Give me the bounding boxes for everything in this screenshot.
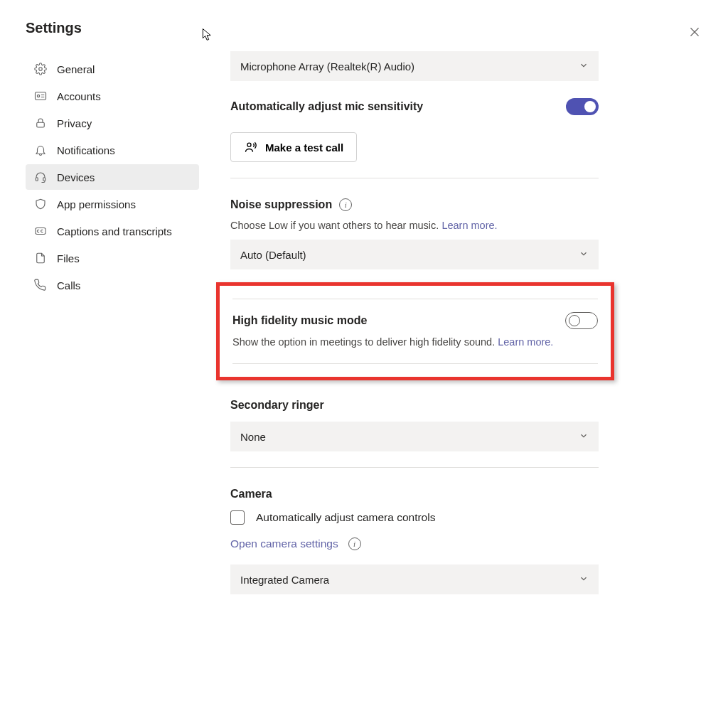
sidebar-item-label: General: [57, 63, 95, 75]
sidebar-item-captions[interactable]: Captions and transcripts: [26, 218, 199, 244]
svg-point-7: [247, 143, 251, 146]
auto-mic-sensitivity-toggle[interactable]: [566, 98, 599, 115]
camera-section: Camera Automatically adjust camera contr…: [230, 488, 702, 594]
divider: [232, 299, 598, 299]
hifi-row: High fidelity music mode: [232, 312, 598, 329]
auto-mic-sensitivity-label: Automatically adjust mic sensitivity: [230, 100, 423, 113]
divider: [230, 178, 599, 178]
sidebar-nav: General Accounts Privacy Notifications: [26, 56, 199, 298]
open-camera-settings-link[interactable]: Open camera settings: [230, 537, 338, 550]
camera-heading: Camera: [230, 488, 702, 500]
info-icon[interactable]: i: [348, 537, 361, 550]
sidebar: Settings General Accounts Privacy: [26, 20, 199, 728]
camera-select-value: Integrated Camera: [240, 574, 329, 586]
sidebar-item-label: Privacy: [57, 117, 92, 129]
sidebar-item-general[interactable]: General: [26, 56, 199, 82]
headset-icon: [34, 171, 47, 183]
make-test-call-label: Make a test call: [265, 141, 343, 154]
noise-suppression-description: Choose Low if you want others to hear mu…: [230, 220, 599, 231]
shield-icon: [34, 198, 47, 210]
camera-auto-adjust-row: Automatically adjust camera controls: [230, 510, 702, 525]
open-camera-settings-row: Open camera settings i: [230, 537, 702, 550]
chevron-down-icon: [579, 249, 589, 261]
svg-rect-3: [37, 122, 45, 127]
hifi-toggle[interactable]: [565, 312, 598, 329]
sidebar-item-label: Files: [57, 252, 80, 264]
noise-suppression-select-value: Auto (Default): [240, 249, 306, 261]
sidebar-item-label: App permissions: [57, 198, 136, 210]
sidebar-item-files[interactable]: Files: [26, 245, 199, 271]
sidebar-item-accounts[interactable]: Accounts: [26, 83, 199, 109]
info-icon[interactable]: i: [339, 198, 352, 211]
file-icon: [34, 252, 47, 264]
secondary-ringer-select-value: None: [240, 431, 266, 443]
lock-icon: [34, 117, 47, 129]
chevron-down-icon: [579, 60, 589, 73]
microphone-select-value: Microphone Array (Realtek(R) Audio): [240, 60, 414, 73]
camera-select[interactable]: Integrated Camera: [230, 564, 599, 594]
captions-icon: [34, 225, 47, 237]
hifi-description: Show the option in meetings to deliver h…: [232, 336, 598, 348]
sidebar-item-app-permissions[interactable]: App permissions: [26, 191, 199, 217]
auto-mic-sensitivity-row: Automatically adjust mic sensitivity: [230, 98, 599, 115]
noise-suppression-select[interactable]: Auto (Default): [230, 240, 599, 269]
page-title: Settings: [26, 20, 199, 36]
secondary-ringer-heading: Secondary ringer: [230, 399, 702, 412]
close-button[interactable]: [688, 26, 705, 43]
svg-point-2: [37, 95, 39, 97]
sidebar-item-devices[interactable]: Devices: [26, 164, 199, 190]
chevron-down-icon: [579, 574, 589, 586]
bell-icon: [34, 144, 47, 156]
chevron-down-icon: [579, 431, 589, 443]
sidebar-item-notifications[interactable]: Notifications: [26, 137, 199, 163]
divider: [232, 363, 598, 364]
make-test-call-button[interactable]: Make a test call: [230, 132, 357, 162]
svg-rect-4: [36, 178, 38, 181]
noise-learn-more-link[interactable]: Learn more.: [441, 220, 497, 231]
noise-suppression-heading: Noise suppression: [230, 198, 332, 211]
close-icon: [688, 26, 701, 38]
main-content: Microphone Array (Realtek(R) Audio) Auto…: [199, 20, 702, 728]
sidebar-item-label: Calls: [57, 279, 80, 291]
accounts-icon: [34, 90, 47, 102]
gear-icon: [34, 63, 47, 75]
svg-point-0: [39, 68, 43, 71]
noise-suppression-heading-row: Noise suppression i: [230, 198, 702, 211]
camera-auto-adjust-label: Automatically adjust camera controls: [256, 511, 435, 524]
camera-auto-adjust-checkbox[interactable]: [230, 510, 245, 525]
hifi-highlight-box: High fidelity music mode Show the option…: [216, 282, 614, 380]
test-call-icon: [244, 140, 258, 154]
hifi-learn-more-link[interactable]: Learn more.: [498, 336, 553, 348]
secondary-ringer-section: Secondary ringer None: [230, 399, 702, 451]
settings-panel: Settings General Accounts Privacy: [0, 0, 728, 728]
sidebar-item-label: Devices: [57, 171, 95, 183]
microphone-select[interactable]: Microphone Array (Realtek(R) Audio): [230, 51, 599, 81]
sidebar-item-privacy[interactable]: Privacy: [26, 110, 199, 136]
svg-rect-1: [36, 92, 46, 100]
sidebar-item-label: Accounts: [57, 90, 101, 102]
svg-rect-5: [43, 178, 46, 181]
secondary-ringer-select[interactable]: None: [230, 422, 599, 451]
sidebar-item-label: Captions and transcripts: [57, 225, 172, 237]
sidebar-item-label: Notifications: [57, 144, 115, 156]
divider: [230, 467, 599, 468]
phone-icon: [34, 279, 47, 291]
hifi-heading: High fidelity music mode: [232, 314, 367, 327]
sidebar-item-calls[interactable]: Calls: [26, 272, 199, 298]
